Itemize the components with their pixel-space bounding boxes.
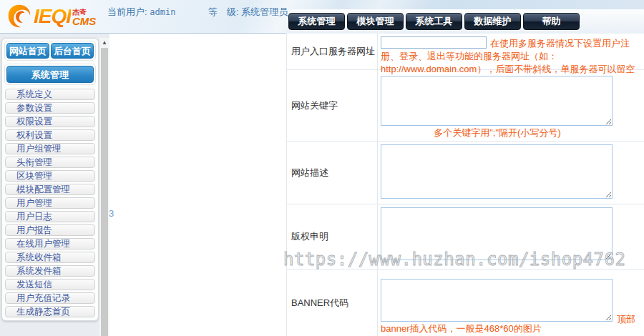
sidebar-menu-item[interactable]: 系统收件箱 xyxy=(5,252,95,263)
sidebar-menu: 系统定义参数设置权限设置权利设置用户组管理头衔管理区块管理模块配置管理用户管理用… xyxy=(4,88,96,320)
field-label: 网站描述 xyxy=(287,142,378,204)
sidebar-menu-item[interactable]: 用户日志 xyxy=(5,211,95,222)
main-nav: 系统管理模块管理系统工具数据维护帮助 xyxy=(288,13,580,30)
nav-tab[interactable]: 模块管理 xyxy=(347,13,404,30)
field-cell: 在使用多服务器情况下设置用户注册、登录、退出等功能的服务器网址（如：http:/… xyxy=(378,34,644,69)
form-row-keywords: 网站关键字 多个关键字用";"隔开(小写分号) xyxy=(287,70,644,142)
logo: IEQI 杰奇 CMS xyxy=(6,3,96,30)
field-label: 用户入口服务器网址 xyxy=(287,34,378,69)
current-user-value: admin xyxy=(150,7,175,17)
sidebar-section-box: 系统管理 xyxy=(4,64,96,85)
form-row-entry-server: 用户入口服务器网址 在使用多服务器情况下设置用户注册、登录、退出等功能的服务器网… xyxy=(287,34,644,70)
sidebar-menu-item[interactable]: 用户管理 xyxy=(5,197,95,209)
sidebar-menu-item[interactable]: 在线用户管理 xyxy=(5,238,95,249)
field-label: 版权申明 xyxy=(287,204,378,269)
field-label: BANNER代码 xyxy=(287,270,378,336)
nav-tab[interactable]: 数据维护 xyxy=(464,13,521,30)
logo-flame-icon xyxy=(6,3,33,30)
header-bar: IEQI 杰奇 CMS 当前用户: admin 等 级: 系统管理员 系统管理模… xyxy=(0,0,644,34)
description-textarea[interactable] xyxy=(381,144,613,199)
logo-stack: 杰奇 CMS xyxy=(72,8,96,26)
field-cell: banner插入代码，一般是468*60的图片 xyxy=(378,270,644,336)
nav-tab[interactable]: 系统工具 xyxy=(406,13,462,30)
sidebar-tab[interactable]: 后台首页 xyxy=(51,43,94,59)
user-info: 当前用户: admin 等 级: 系统管理员 xyxy=(107,6,288,19)
copyright-textarea[interactable] xyxy=(381,207,613,260)
app-window: IEQI 杰奇 CMS 当前用户: admin 等 级: 系统管理员 系统管理模… xyxy=(0,0,644,336)
sidebar-menu-item[interactable]: 系统定义 xyxy=(5,89,95,100)
sidebar-menu-item[interactable]: 发送短信 xyxy=(5,279,95,290)
current-user-label: 当前用户: xyxy=(107,6,147,17)
form-row-description: 网站描述 xyxy=(287,142,644,204)
nav-tab[interactable]: 帮助 xyxy=(523,13,580,30)
back-to-top-link[interactable]: 顶部 xyxy=(617,313,635,326)
sidebar-tab[interactable]: 网站首页 xyxy=(6,43,49,59)
sidebar-menu-item[interactable]: 参数设置 xyxy=(5,102,95,114)
form-row-banner: BANNER代码 banner插入代码，一般是468*60的图片 xyxy=(287,270,644,336)
logo-text: IEQI xyxy=(34,4,71,29)
nav-tab[interactable]: 系统管理 xyxy=(288,13,345,30)
form-row-copyright: 版权申明 xyxy=(287,204,644,270)
sidebar-menu-item[interactable]: 用户报告 xyxy=(5,224,95,236)
scroll-up-arrow-icon[interactable]: ▲ xyxy=(99,38,109,47)
sidebar-menu-item[interactable]: 区块管理 xyxy=(5,170,95,182)
sidebar: 网站首页后台首页 系统管理 系统定义参数设置权限设置权利设置用户组管理头衔管理区… xyxy=(1,38,99,321)
scrollbar-thumb[interactable] xyxy=(101,48,108,336)
sidebar-section-title[interactable]: 系统管理 xyxy=(6,66,94,83)
field-hint: banner插入代码，一般是468*60的图片 xyxy=(381,323,644,334)
logo-tag-bottom: CMS xyxy=(72,16,96,26)
vertical-scrollbar[interactable]: ▲ xyxy=(99,38,109,336)
sidebar-menu-item[interactable]: 模块配置管理 xyxy=(5,184,95,195)
field-cell: 多个关键字用";"隔开(小写分号) xyxy=(378,70,644,141)
entry-server-input[interactable] xyxy=(381,36,487,49)
keywords-textarea[interactable] xyxy=(381,76,613,126)
field-label: 网站关键字 xyxy=(287,70,378,141)
field-cell xyxy=(378,142,644,204)
sidebar-menu-item[interactable]: 系统发件箱 xyxy=(5,265,95,277)
settings-form: 用户入口服务器网址 在使用多服务器情况下设置用户注册、登录、退出等功能的服务器网… xyxy=(286,34,644,336)
sidebar-menu-item[interactable]: 生成静态首页 xyxy=(5,306,95,317)
sidebar-menu-item[interactable]: 权限设置 xyxy=(5,116,95,127)
sidebar-menu-item[interactable]: 用户充值记录 xyxy=(5,292,95,304)
level-value: 系统管理员 xyxy=(241,6,288,17)
field-cell xyxy=(378,204,644,269)
sidebar-tabs: 网站首页后台首页 xyxy=(6,43,94,59)
sidebar-tabs-box: 网站首页后台首页 xyxy=(4,41,96,61)
sidebar-menu-item[interactable]: 权利设置 xyxy=(5,129,95,141)
sidebar-menu-item[interactable]: 头衔管理 xyxy=(5,157,95,168)
field-hint: 多个关键字用";"隔开(小写分号) xyxy=(381,127,614,138)
level-label: 等 级: xyxy=(208,6,239,17)
banner-code-textarea[interactable] xyxy=(381,279,613,322)
scroll-marker-text: 3 xyxy=(109,208,114,219)
sidebar-menu-item[interactable]: 用户组管理 xyxy=(5,143,95,154)
